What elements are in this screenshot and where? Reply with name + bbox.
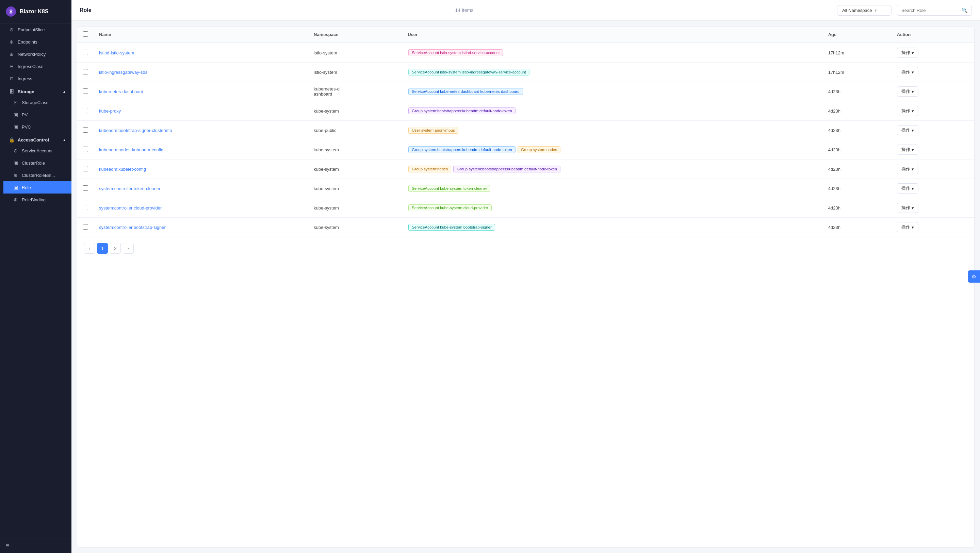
search-input[interactable]	[901, 8, 959, 13]
action-button-4[interactable]: 操作 ▾	[897, 125, 918, 135]
role-binding-icon: ⊕	[13, 197, 18, 202]
svg-point-1	[10, 11, 12, 13]
row-checkbox-9[interactable]	[83, 224, 88, 230]
action-chevron-icon: ▾	[912, 147, 914, 153]
sidebar-item-endpoints[interactable]: ⊕ Endpoints	[3, 36, 72, 48]
row-checkbox-3[interactable]	[83, 108, 88, 113]
storage-section-label: Storage	[18, 89, 34, 94]
row-checkbox-5[interactable]	[83, 146, 88, 152]
row-action-8[interactable]: 操作 ▾	[891, 198, 974, 218]
table-row: system:controller:cloud-providerkube-sys…	[77, 198, 974, 218]
prev-page-button[interactable]: ‹	[84, 243, 95, 254]
action-button-1[interactable]: 操作 ▾	[897, 67, 918, 77]
sidebar-item-service-account[interactable]: ⊙ ServiceAccount	[3, 145, 72, 157]
row-namespace-6: kube-system	[308, 159, 402, 179]
roles-table-container: Name Namespace User Age Action istiod-is…	[77, 26, 975, 548]
row-checkbox-6[interactable]	[83, 166, 88, 172]
sidebar: Blazor K8S ⊙ EndpointSlice ⊕ Endpoints ⊞…	[0, 0, 72, 553]
row-action-6[interactable]: 操作 ▾	[891, 159, 974, 179]
row-age-8: 4d23h	[823, 198, 891, 218]
app-name: Blazor K8S	[20, 8, 48, 14]
row-action-5[interactable]: 操作 ▾	[891, 140, 974, 159]
row-checkbox-8[interactable]	[83, 205, 88, 210]
sidebar-footer[interactable]: ☰	[0, 538, 72, 553]
user-tag: Group system:nodes	[517, 146, 560, 153]
menu-icon: ☰	[5, 543, 10, 548]
select-all-header[interactable]	[77, 27, 94, 43]
row-user-9: ServiceAccount kube-system bootstrap-sig…	[402, 218, 823, 237]
row-action-2[interactable]: 操作 ▾	[891, 82, 974, 101]
action-button-5[interactable]: 操作 ▾	[897, 145, 918, 155]
page-2-button[interactable]: 2	[110, 243, 121, 254]
row-checkbox-4[interactable]	[83, 127, 88, 133]
row-name-8[interactable]: system:controller:cloud-provider	[99, 205, 162, 211]
action-chevron-icon: ▾	[912, 50, 914, 56]
sidebar-item-cluster-role[interactable]: ▣ ClusterRole	[3, 157, 72, 169]
topbar: Role 14 Items All Namespace ▾ 🔍	[72, 0, 980, 21]
sidebar-label-pvc: PVC	[22, 124, 31, 130]
row-user-2: ServiceAccount kubernetes-dashboard kube…	[402, 82, 823, 101]
sidebar-item-cluster-role-binding[interactable]: ⊕ ClusterRoleBin...	[3, 169, 72, 181]
row-action-3[interactable]: 操作 ▾	[891, 101, 974, 121]
action-button-6[interactable]: 操作 ▾	[897, 164, 918, 174]
storage-section-header[interactable]: 🗄 Storage ▲	[3, 85, 72, 96]
row-name-9[interactable]: system:controller:bootstrap-signer	[99, 225, 166, 230]
sidebar-item-ingress[interactable]: ⊓ Ingress	[3, 72, 72, 85]
col-name: Name	[94, 27, 308, 43]
sidebar-item-pv[interactable]: ▣ PV	[3, 108, 72, 121]
access-control-section-header[interactable]: 🔒 AccessControl ▲	[3, 133, 72, 145]
sidebar-item-endpoint-slice[interactable]: ⊙ EndpointSlice	[3, 24, 72, 36]
row-name-4[interactable]: kubeadm:bootstrap-signer-clusterinfo	[99, 128, 172, 133]
sidebar-item-pvc[interactable]: ▣ PVC	[3, 121, 72, 133]
table-row: kubeadm:kubelet-configkube-systemGroup s…	[77, 159, 974, 179]
row-name-2[interactable]: kubernetes-dashboard	[99, 89, 143, 94]
access-control-chevron-icon: ▲	[63, 138, 66, 142]
user-tag: ServiceAccount kubernetes-dashboard kube…	[408, 88, 523, 95]
access-control-icon: 🔒	[9, 137, 14, 143]
row-action-9[interactable]: 操作 ▾	[891, 218, 974, 237]
row-action-0[interactable]: 操作 ▾	[891, 43, 974, 63]
sidebar-label-role: Role	[22, 185, 31, 190]
action-chevron-icon: ▾	[912, 205, 914, 211]
row-name-6[interactable]: kubeadm:kubelet-config	[99, 167, 146, 172]
action-button-8[interactable]: 操作 ▾	[897, 203, 918, 213]
action-button-0[interactable]: 操作 ▾	[897, 48, 918, 58]
row-user-0: ServiceAccount istio-system istiod-servi…	[402, 43, 823, 63]
row-checkbox-0[interactable]	[83, 50, 88, 55]
row-name-0[interactable]: istiod-istio-system	[99, 50, 134, 56]
row-name-7[interactable]: system:controller:token-cleaner	[99, 186, 161, 191]
row-action-1[interactable]: 操作 ▾	[891, 63, 974, 82]
namespace-dropdown[interactable]: All Namespace ▾	[837, 5, 891, 16]
row-action-4[interactable]: 操作 ▾	[891, 121, 974, 140]
table-row: kubeadm:bootstrap-signer-clusterinfokube…	[77, 121, 974, 140]
action-chevron-icon: ▾	[912, 167, 914, 172]
action-button-9[interactable]: 操作 ▾	[897, 222, 918, 232]
sidebar-item-storage-class[interactable]: ⊡ StorageClass	[3, 96, 72, 108]
role-icon: ▣	[13, 185, 18, 190]
action-button-2[interactable]: 操作 ▾	[897, 86, 918, 97]
row-checkbox-7[interactable]	[83, 185, 88, 191]
sidebar-item-ingress-class[interactable]: ⊟ IngressClass	[3, 60, 72, 72]
action-button-3[interactable]: 操作 ▾	[897, 106, 918, 116]
row-name-3[interactable]: kube-proxy	[99, 108, 121, 114]
action-button-7[interactable]: 操作 ▾	[897, 183, 918, 194]
row-name-5[interactable]: kubeadm:nodes-kubeadm-config	[99, 147, 163, 153]
page-1-button[interactable]: 1	[97, 243, 108, 254]
table-row: istio-ingressgateway-sdsistio-systemServ…	[77, 63, 974, 82]
row-user-4: User system:anonymous	[402, 121, 823, 140]
row-name-1[interactable]: istio-ingressgateway-sds	[99, 70, 147, 75]
row-checkbox-2[interactable]	[83, 88, 88, 94]
next-page-button[interactable]: ›	[123, 243, 134, 254]
user-tag: ServiceAccount kube-system cloud-provide…	[408, 204, 492, 211]
settings-button[interactable]: ⚙	[968, 270, 980, 283]
row-action-7[interactable]: 操作 ▾	[891, 179, 974, 198]
sidebar-item-role[interactable]: ▣ Role	[3, 181, 72, 194]
user-tag: User system:anonymous	[408, 127, 458, 133]
sidebar-item-network-policy[interactable]: ⊞ NetworkPolicy	[3, 48, 72, 60]
row-checkbox-1[interactable]	[83, 69, 88, 75]
table-header-row: Name Namespace User Age Action	[77, 27, 974, 43]
row-user-1: ServiceAccount istio-system istio-ingres…	[402, 63, 823, 82]
sidebar-item-role-binding[interactable]: ⊕ RoleBinding	[3, 194, 72, 206]
search-box[interactable]: 🔍	[897, 5, 972, 16]
select-all-checkbox[interactable]	[83, 31, 88, 37]
